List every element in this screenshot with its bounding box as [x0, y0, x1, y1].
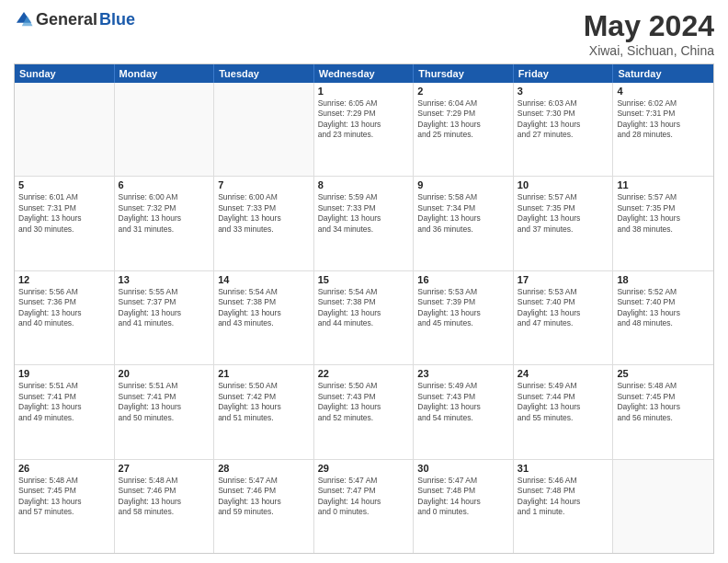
day-cell: 25Sunrise: 5:48 AMSunset: 7:45 PMDayligh…: [613, 365, 713, 458]
empty-cell: [115, 83, 215, 176]
day-cell: 27Sunrise: 5:48 AMSunset: 7:46 PMDayligh…: [115, 460, 215, 553]
day-number: 10: [518, 179, 609, 190]
day-number: 15: [318, 274, 410, 285]
day-cell: 30Sunrise: 5:47 AMSunset: 7:48 PMDayligh…: [414, 460, 514, 553]
weekday-header: Thursday: [414, 64, 514, 83]
location: Xiwai, Sichuan, China: [584, 43, 714, 58]
day-number: 1: [318, 86, 410, 97]
day-cell: 18Sunrise: 5:52 AMSunset: 7:40 PMDayligh…: [613, 271, 713, 364]
day-number: 21: [218, 368, 310, 379]
day-info: Sunrise: 6:01 AMSunset: 7:31 PMDaylight:…: [18, 192, 110, 235]
day-number: 30: [417, 463, 509, 474]
day-number: 23: [417, 368, 509, 379]
day-info: Sunrise: 6:00 AMSunset: 7:33 PMDaylight:…: [218, 192, 310, 235]
day-info: Sunrise: 6:00 AMSunset: 7:32 PMDaylight:…: [119, 192, 210, 235]
day-info: Sunrise: 5:47 AMSunset: 7:47 PMDaylight:…: [318, 476, 410, 518]
day-info: Sunrise: 5:53 AMSunset: 7:39 PMDaylight:…: [417, 287, 509, 329]
calendar-row: 1Sunrise: 6:05 AMSunset: 7:29 PMDaylight…: [15, 83, 713, 177]
day-number: 16: [417, 274, 509, 285]
day-cell: 2Sunrise: 6:04 AMSunset: 7:29 PMDaylight…: [414, 83, 514, 176]
day-cell: 28Sunrise: 5:47 AMSunset: 7:46 PMDayligh…: [214, 460, 314, 553]
day-cell: 31Sunrise: 5:46 AMSunset: 7:48 PMDayligh…: [514, 460, 614, 553]
day-info: Sunrise: 5:48 AMSunset: 7:45 PMDaylight:…: [617, 381, 710, 423]
weekday-header: Saturday: [613, 64, 713, 83]
day-number: 2: [417, 86, 509, 97]
day-cell: 22Sunrise: 5:50 AMSunset: 7:43 PMDayligh…: [314, 365, 415, 458]
day-cell: 17Sunrise: 5:53 AMSunset: 7:40 PMDayligh…: [514, 271, 614, 364]
day-number: 6: [119, 179, 210, 190]
calendar: SundayMondayTuesdayWednesdayThursdayFrid…: [14, 63, 714, 554]
day-info: Sunrise: 5:57 AMSunset: 7:35 PMDaylight:…: [617, 192, 710, 235]
logo: GeneralBlue: [14, 9, 135, 29]
day-cell: 20Sunrise: 5:51 AMSunset: 7:41 PMDayligh…: [115, 365, 215, 458]
day-number: 8: [318, 179, 410, 190]
day-cell: 10Sunrise: 5:57 AMSunset: 7:35 PMDayligh…: [514, 177, 614, 270]
page: GeneralBlue May 2024 Xiwai, Sichuan, Chi…: [0, 0, 728, 563]
day-info: Sunrise: 6:02 AMSunset: 7:31 PMDaylight:…: [617, 98, 710, 141]
day-number: 12: [18, 274, 110, 285]
day-cell: 8Sunrise: 5:59 AMSunset: 7:33 PMDaylight…: [314, 177, 415, 270]
day-number: 4: [617, 86, 710, 97]
day-number: 27: [119, 463, 210, 474]
day-number: 29: [318, 463, 410, 474]
day-cell: 26Sunrise: 5:48 AMSunset: 7:45 PMDayligh…: [15, 460, 115, 553]
day-info: Sunrise: 5:49 AMSunset: 7:44 PMDaylight:…: [518, 381, 609, 423]
day-info: Sunrise: 5:53 AMSunset: 7:40 PMDaylight:…: [518, 287, 609, 329]
logo-icon: [14, 9, 34, 29]
day-info: Sunrise: 5:48 AMSunset: 7:46 PMDaylight:…: [119, 476, 210, 518]
day-info: Sunrise: 5:54 AMSunset: 7:38 PMDaylight:…: [218, 287, 310, 329]
calendar-row: 19Sunrise: 5:51 AMSunset: 7:41 PMDayligh…: [15, 365, 713, 459]
day-cell: 12Sunrise: 5:56 AMSunset: 7:36 PMDayligh…: [15, 271, 115, 364]
weekday-header: Friday: [514, 64, 614, 83]
day-cell: 7Sunrise: 6:00 AMSunset: 7:33 PMDaylight…: [214, 177, 314, 270]
day-number: 24: [518, 368, 609, 379]
day-cell: 16Sunrise: 5:53 AMSunset: 7:39 PMDayligh…: [414, 271, 514, 364]
day-info: Sunrise: 6:05 AMSunset: 7:29 PMDaylight:…: [318, 98, 410, 141]
empty-cell: [15, 83, 115, 176]
logo-general: General: [36, 10, 97, 29]
day-number: 18: [617, 274, 710, 285]
day-cell: 24Sunrise: 5:49 AMSunset: 7:44 PMDayligh…: [514, 365, 614, 458]
weekday-header: Wednesday: [314, 64, 415, 83]
day-cell: 19Sunrise: 5:51 AMSunset: 7:41 PMDayligh…: [15, 365, 115, 458]
day-number: 17: [518, 274, 609, 285]
day-info: Sunrise: 6:04 AMSunset: 7:29 PMDaylight:…: [417, 98, 509, 141]
day-info: Sunrise: 5:48 AMSunset: 7:45 PMDaylight:…: [18, 476, 110, 518]
weekday-header: Tuesday: [214, 64, 314, 83]
day-cell: 29Sunrise: 5:47 AMSunset: 7:47 PMDayligh…: [314, 460, 415, 553]
title-section: May 2024 Xiwai, Sichuan, China: [584, 9, 714, 58]
day-info: Sunrise: 5:58 AMSunset: 7:34 PMDaylight:…: [417, 192, 509, 235]
weekday-header: Sunday: [15, 64, 115, 83]
day-cell: 21Sunrise: 5:50 AMSunset: 7:42 PMDayligh…: [214, 365, 314, 458]
day-info: Sunrise: 5:47 AMSunset: 7:48 PMDaylight:…: [417, 476, 509, 518]
day-info: Sunrise: 6:03 AMSunset: 7:30 PMDaylight:…: [518, 98, 609, 141]
day-info: Sunrise: 5:46 AMSunset: 7:48 PMDaylight:…: [518, 476, 609, 518]
calendar-body: 1Sunrise: 6:05 AMSunset: 7:29 PMDaylight…: [15, 83, 713, 553]
empty-cell: [613, 460, 713, 553]
day-cell: 13Sunrise: 5:55 AMSunset: 7:37 PMDayligh…: [115, 271, 215, 364]
day-info: Sunrise: 5:52 AMSunset: 7:40 PMDaylight:…: [617, 287, 710, 329]
weekday-header: Monday: [115, 64, 215, 83]
day-number: 25: [617, 368, 710, 379]
day-cell: 3Sunrise: 6:03 AMSunset: 7:30 PMDaylight…: [514, 83, 614, 176]
header: GeneralBlue May 2024 Xiwai, Sichuan, Chi…: [14, 9, 714, 58]
day-info: Sunrise: 5:55 AMSunset: 7:37 PMDaylight:…: [119, 287, 210, 329]
day-cell: 5Sunrise: 6:01 AMSunset: 7:31 PMDaylight…: [15, 177, 115, 270]
day-info: Sunrise: 5:51 AMSunset: 7:41 PMDaylight:…: [18, 381, 110, 423]
empty-cell: [214, 83, 314, 176]
day-number: 5: [18, 179, 110, 190]
calendar-row: 5Sunrise: 6:01 AMSunset: 7:31 PMDaylight…: [15, 177, 713, 270]
day-info: Sunrise: 5:57 AMSunset: 7:35 PMDaylight:…: [518, 192, 609, 235]
month-year: May 2024: [584, 9, 714, 43]
day-number: 13: [119, 274, 210, 285]
day-number: 14: [218, 274, 310, 285]
day-info: Sunrise: 5:49 AMSunset: 7:43 PMDaylight:…: [417, 381, 509, 423]
day-number: 22: [318, 368, 410, 379]
day-number: 9: [417, 179, 509, 190]
day-info: Sunrise: 5:56 AMSunset: 7:36 PMDaylight:…: [18, 287, 110, 329]
logo-blue: Blue: [99, 10, 135, 29]
day-cell: 15Sunrise: 5:54 AMSunset: 7:38 PMDayligh…: [314, 271, 415, 364]
day-number: 26: [18, 463, 110, 474]
day-number: 31: [518, 463, 609, 474]
day-info: Sunrise: 5:47 AMSunset: 7:46 PMDaylight:…: [218, 476, 310, 518]
